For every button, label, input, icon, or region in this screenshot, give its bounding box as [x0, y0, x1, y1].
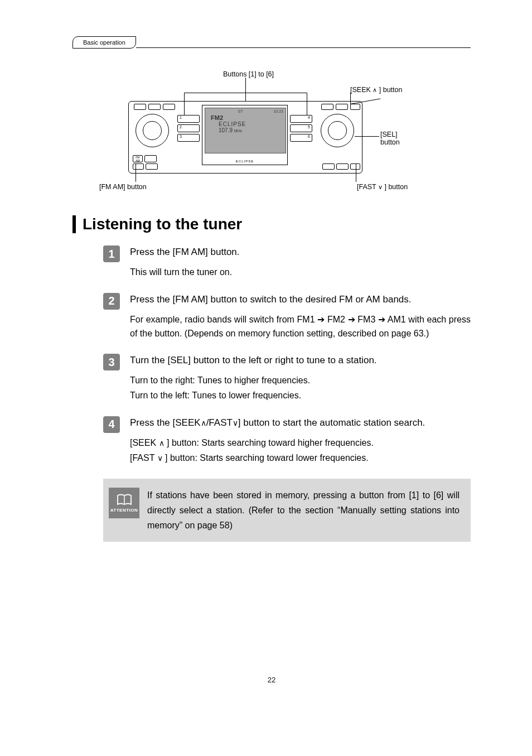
label-fmam-button: [FM AM] button: [99, 183, 147, 191]
attention-icon: ATTENTION: [109, 488, 139, 518]
leader-buttons: [245, 78, 246, 101]
step-number: 1: [103, 245, 120, 262]
breadcrumb-rule: [136, 47, 471, 48]
step-2-title: Press the [FM AM] button to switch to th…: [130, 294, 471, 305]
page-heading: Listening to the tuner: [72, 215, 471, 233]
preset-buttons-left: 1 2 3: [177, 115, 200, 142]
step-4-desc-seek: [SEEK ] button: Starts searching toward …: [130, 436, 471, 450]
device-diagram: Buttons [1] to [6] [SEEK ] button [SEL]b…: [72, 76, 471, 199]
attention-label: ATTENTION: [110, 508, 138, 513]
step-4: 4 Press the [SEEK/FAST] button to start …: [72, 416, 471, 473]
right-knob-sel: [321, 114, 354, 147]
step-2: 2 Press the [FM AM] button to switch to …: [72, 293, 471, 349]
leader-buttons-h: [184, 93, 307, 93]
step-4-title: Press the [SEEK/FAST] button to start th…: [130, 417, 471, 428]
step-3: 3 Turn the [SEL] button to the left or r…: [72, 354, 471, 411]
left-knob: [136, 114, 169, 147]
label-fast-button: [FAST ] button: [357, 183, 408, 191]
step-4-desc-fast: [FAST ] button: Starts searching toward …: [130, 451, 471, 465]
top-buttons-left: [134, 104, 175, 110]
step-2-desc: For example, radio bands will switch fro…: [130, 313, 471, 341]
device-display: ST10:23 FM2 ECLIPSE 107.9 MHz ECLIPSE: [202, 105, 288, 165]
leader-buttons-v2: [307, 93, 307, 115]
bottom-buttons-left: FMAM: [133, 155, 157, 162]
attention-text: If stations have been stored in memory, …: [147, 488, 460, 533]
step-1: 1 Press the [FM AM] button. This will tu…: [72, 245, 471, 287]
book-icon: [116, 493, 133, 507]
bottom-buttons-right: [322, 163, 360, 170]
label-sel-button: [SEL]button: [380, 131, 400, 146]
leader-sel: [355, 136, 379, 137]
step-number: 3: [103, 354, 120, 370]
label-buttons-1-6: Buttons [1] to [6]: [223, 70, 274, 78]
bottom-buttons-left-2: [133, 163, 158, 170]
leader-buttons-v1: [184, 93, 185, 115]
step-number: 4: [103, 416, 120, 433]
top-buttons-right: [321, 104, 360, 110]
step-1-title: Press the [FM AM] button.: [130, 247, 471, 258]
page-number: 22: [72, 676, 471, 684]
step-number: 2: [103, 293, 120, 310]
leader-seek-v: [350, 93, 351, 104]
attention-box: ATTENTION If stations have been stored i…: [103, 479, 471, 542]
leader-fmam: [136, 164, 136, 182]
label-seek-button: [SEEK ] button: [350, 86, 402, 94]
step-3-desc-left: Turn to the left: Tunes to lower frequen…: [130, 389, 471, 403]
step-1-desc: This will turn the tuner on.: [130, 266, 471, 280]
preset-buttons-right: 4 5 6: [290, 115, 312, 142]
breadcrumb-row: Basic operation: [72, 36, 471, 48]
step-3-title: Turn the [SEL] button to the left or rig…: [130, 355, 471, 366]
leader-fast: [356, 164, 356, 182]
step-3-desc-right: Turn to the right: Tunes to higher frequ…: [130, 374, 471, 388]
breadcrumb-tab: Basic operation: [72, 36, 136, 49]
